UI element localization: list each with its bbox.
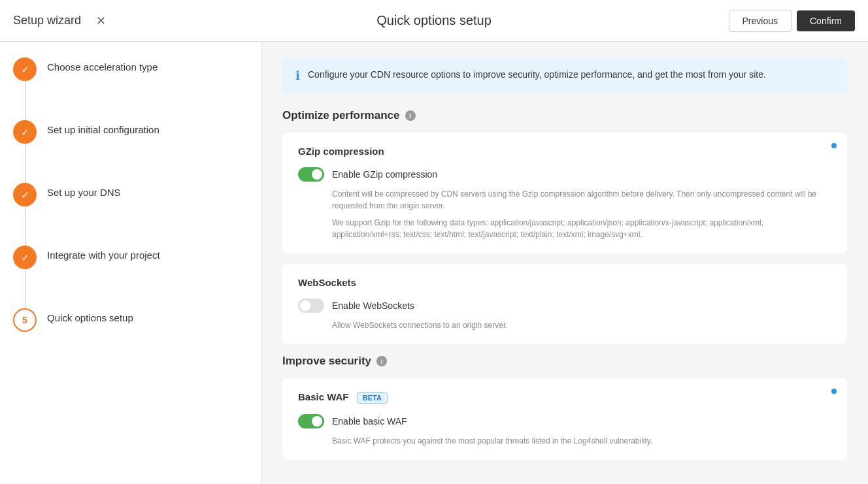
waf-title-text: Basic WAF: [298, 391, 349, 402]
waf-toggle-label: Enable basic WAF: [332, 416, 407, 427]
security-title-text: Improve security: [282, 355, 371, 368]
gzip-toggle[interactable]: [298, 167, 324, 182]
security-section-title: Improve security i: [282, 355, 847, 368]
confirm-button[interactable]: Confirm: [797, 10, 855, 31]
gzip-desc-1: Content will be compressed by CDN server…: [332, 188, 831, 212]
waf-card-title: Basic WAF BETA: [298, 391, 831, 404]
performance-section-title: Optimize performance i: [282, 109, 847, 122]
header-left: Setup wizard ✕: [13, 12, 110, 30]
sidebar-item-step-4: ✓ Integrate with your project: [13, 246, 248, 269]
gzip-card-title: GZip compression: [298, 146, 831, 157]
step-2-label: Set up initial configuration: [47, 120, 159, 135]
waf-toggle-knob: [312, 416, 322, 427]
waf-card-dot: [831, 389, 837, 394]
close-button[interactable]: ✕: [92, 12, 110, 30]
step-3-label: Set up your DNS: [47, 183, 121, 198]
websockets-toggle[interactable]: [298, 298, 324, 313]
gzip-toggle-label: Enable GZip compression: [332, 169, 437, 180]
sidebar-item-step-2: ✓ Set up initial configuration: [13, 120, 248, 144]
websockets-toggle-label: Enable WebSockets: [332, 300, 414, 311]
check-icon: ✓: [21, 63, 29, 76]
security-info-icon[interactable]: i: [376, 356, 387, 366]
header-actions: Previous Confirm: [729, 10, 855, 32]
step-4-label: Integrate with your project: [47, 246, 160, 261]
waf-toggle-row: Enable basic WAF: [298, 414, 831, 428]
waf-desc: Basic WAF protects you against the most …: [332, 435, 831, 447]
previous-button[interactable]: Previous: [729, 10, 792, 32]
step-4-circle: ✓: [13, 246, 37, 269]
banner-text: Configure your CDN resource options to i…: [308, 68, 766, 82]
check-icon-4: ✓: [21, 251, 29, 264]
sidebar: ✓ Choose acceleration type ✓ Set up init…: [0, 42, 261, 484]
step-1-label: Choose acceleration type: [47, 57, 158, 73]
sidebar-item-step-1: ✓ Choose acceleration type: [13, 57, 248, 81]
check-icon-3: ✓: [21, 189, 29, 201]
gzip-toggle-row: Enable GZip compression: [298, 167, 831, 182]
websockets-toggle-row: Enable WebSockets: [298, 298, 831, 313]
page-title: Quick options setup: [376, 13, 492, 28]
gzip-card: GZip compression Enable GZip compression…: [282, 133, 847, 253]
step-connector-1: [25, 81, 26, 120]
step-connector-3: [25, 206, 26, 246]
performance-info-icon[interactable]: i: [405, 110, 416, 121]
content-area: ℹ Configure your CDN resource options to…: [261, 42, 868, 484]
websockets-toggle-knob: [300, 300, 310, 311]
performance-title-text: Optimize performance: [282, 109, 400, 122]
waf-beta-badge: BETA: [357, 392, 388, 404]
step-5-circle: 5: [13, 308, 37, 332]
step-3-circle: ✓: [13, 183, 37, 206]
websockets-desc: Allow WebSockets connections to an origi…: [332, 319, 831, 331]
gzip-desc-2: We support Gzip for the following data t…: [332, 217, 831, 240]
gzip-card-dot: [831, 143, 837, 148]
security-section: Improve security i Basic WAF BETA Enable…: [282, 355, 847, 460]
waf-card: Basic WAF BETA Enable basic WAF Basic WA…: [282, 378, 847, 460]
step-2-circle: ✓: [13, 120, 37, 144]
websockets-card-title: WebSockets: [298, 277, 831, 288]
info-icon: ℹ: [295, 69, 300, 83]
waf-toggle[interactable]: [298, 414, 324, 428]
gzip-toggle-knob: [312, 169, 322, 180]
header: Setup wizard ✕ Quick options setup Previ…: [0, 0, 868, 42]
step-connector-2: [25, 144, 26, 183]
websockets-card: WebSockets Enable WebSockets Allow WebSo…: [282, 264, 847, 344]
sidebar-item-step-3: ✓ Set up your DNS: [13, 183, 248, 206]
check-icon-2: ✓: [21, 126, 29, 138]
step-5-number: 5: [22, 315, 27, 325]
step-5-label: Quick options setup: [47, 308, 133, 323]
main-layout: ✓ Choose acceleration type ✓ Set up init…: [0, 42, 868, 484]
step-1-circle: ✓: [13, 57, 37, 81]
sidebar-item-step-5: 5 Quick options setup: [13, 308, 248, 332]
info-banner: ℹ Configure your CDN resource options to…: [282, 57, 847, 93]
step-connector-4: [25, 269, 26, 308]
wizard-title: Setup wizard: [13, 14, 81, 27]
